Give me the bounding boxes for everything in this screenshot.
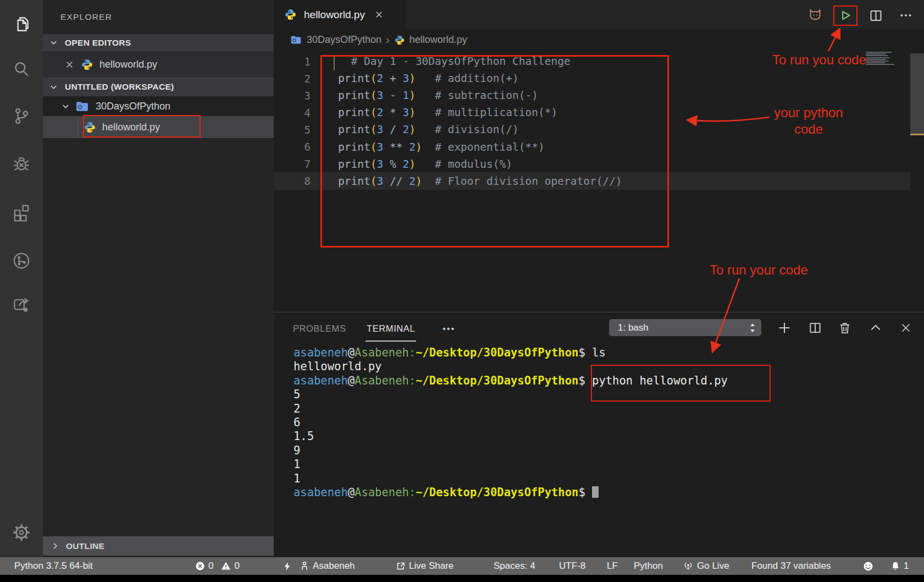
annotation-box-terminal-command xyxy=(591,365,771,402)
code-line[interactable]: 4print(2 * 3) # multiplication(*) xyxy=(274,104,311,121)
error-icon xyxy=(195,561,205,571)
code-line[interactable]: 7print(3 % 2) # modulus(%) xyxy=(274,156,311,173)
breadcrumb-separator: › xyxy=(386,34,390,46)
chevron-down-icon xyxy=(49,83,58,91)
status-bar: Python 3.7.5 64-bit 0 0 Asabeneh Live Sh… xyxy=(0,557,924,575)
outline-section[interactable]: OUTLINE xyxy=(43,536,274,556)
panel-more-icon[interactable]: ••• xyxy=(442,323,455,334)
maximize-panel-icon[interactable] xyxy=(867,320,884,336)
tab-label: helloworld.py xyxy=(304,9,365,21)
python-file-icon xyxy=(394,35,405,46)
terminal-cursor xyxy=(592,486,599,498)
status-language[interactable]: Python xyxy=(634,557,663,575)
code-line[interactable]: 3print(3 - 1) # subtraction(-) xyxy=(274,87,311,104)
cat-extension-icon[interactable] xyxy=(806,4,825,26)
activity-bar xyxy=(0,0,43,557)
chevron-down-icon xyxy=(62,102,70,111)
sidebar-explorer: EXPLORER OPEN EDITORS helloworld.py UNTI… xyxy=(43,0,274,557)
split-editor-icon[interactable] xyxy=(867,4,884,26)
status-variables[interactable]: Found 37 variables xyxy=(751,557,831,575)
status-python-version[interactable]: Python 3.7.5 64-bit xyxy=(14,557,93,575)
lightning-icon xyxy=(283,562,292,571)
minimap[interactable] xyxy=(866,52,894,66)
terminal-selector[interactable]: 1: bash xyxy=(609,319,761,336)
sidebar-title: EXPLORER xyxy=(60,12,112,22)
run-debug-icon[interactable] xyxy=(12,154,31,174)
annotation-your-python-code: your pythoncode xyxy=(770,105,848,138)
workspace-header[interactable]: UNTITLED (WORKSPACE) xyxy=(43,78,274,96)
terminal-tab-underline xyxy=(366,341,416,342)
status-spaces[interactable]: Spaces: 4 xyxy=(494,557,535,575)
updown-arrows-icon xyxy=(749,322,756,334)
warning-icon xyxy=(221,561,231,571)
chevron-down-icon xyxy=(49,39,58,47)
status-problems[interactable]: 0 0 xyxy=(195,557,240,575)
new-terminal-icon[interactable] xyxy=(776,320,793,336)
kill-terminal-icon[interactable] xyxy=(837,320,853,336)
folder-icon xyxy=(290,34,302,46)
python-file-icon xyxy=(284,8,297,21)
code-line[interactable]: 6print(3 ** 2) # exponential(**) xyxy=(274,139,311,156)
breadcrumb-folder[interactable]: 30DaysOfPython xyxy=(307,34,381,46)
go-live-icon xyxy=(683,561,694,572)
open-editors-header[interactable]: OPEN EDITORS xyxy=(43,34,274,51)
live-session-icon[interactable] xyxy=(12,251,31,271)
status-user[interactable]: Asabeneh xyxy=(300,557,355,575)
code-line[interactable]: 1 # Day 1 - 30DaysOfPython Challenge xyxy=(274,53,311,70)
live-share-icon xyxy=(396,561,406,571)
smiley-icon xyxy=(863,561,873,572)
folder-label: 30DaysOfPython xyxy=(96,101,170,112)
close-icon[interactable] xyxy=(65,60,74,69)
status-eol[interactable]: LF xyxy=(607,557,618,575)
open-editor-item[interactable]: helloworld.py xyxy=(43,51,274,78)
bell-icon xyxy=(890,561,900,571)
tab-close-icon[interactable] xyxy=(374,10,384,19)
search-icon[interactable] xyxy=(12,59,31,79)
annotation-box-code xyxy=(320,55,669,248)
code-line[interactable]: 8print(3 // 2) # Floor division operator… xyxy=(274,173,311,190)
status-bolt[interactable] xyxy=(283,557,292,575)
source-control-icon[interactable] xyxy=(12,106,31,126)
status-notifications[interactable]: 1 xyxy=(890,557,909,575)
chevron-right-icon xyxy=(51,542,59,550)
annotation-run-bottom: To run your code xyxy=(710,262,808,278)
share-icon[interactable] xyxy=(12,295,31,315)
open-editor-label: helloworld.py xyxy=(99,59,157,70)
close-panel-icon[interactable] xyxy=(898,320,914,336)
settings-gear-icon[interactable] xyxy=(12,523,31,542)
explorer-icon[interactable] xyxy=(12,14,31,34)
code-line[interactable]: 2print(2 + 3) # addition(+) xyxy=(274,70,311,87)
status-go-live[interactable]: Go Live xyxy=(683,557,729,575)
python-file-icon xyxy=(81,58,93,71)
status-live-share[interactable]: Live Share xyxy=(396,557,453,575)
user-icon xyxy=(300,561,309,571)
breadcrumb-file[interactable]: helloworld.py xyxy=(410,34,467,46)
tab-terminal[interactable]: TERMINAL xyxy=(367,323,415,334)
bottom-edge xyxy=(0,575,924,582)
tab-helloworld[interactable]: helloworld.py xyxy=(274,0,406,29)
status-encoding[interactable]: UTF-8 xyxy=(559,557,585,575)
folder-item[interactable]: 30DaysOfPython xyxy=(43,96,274,116)
editor-scrollbar[interactable] xyxy=(910,53,924,134)
status-feedback[interactable] xyxy=(863,557,873,575)
tab-problems[interactable]: PROBLEMS xyxy=(293,323,346,334)
indent-guide xyxy=(78,116,78,138)
annotation-box-sidebar-file xyxy=(83,115,201,138)
split-terminal-icon[interactable] xyxy=(807,320,823,336)
scrollbar-marker xyxy=(910,134,924,135)
code-line[interactable]: 5print(3 / 2) # division(/) xyxy=(274,121,311,138)
extensions-icon[interactable] xyxy=(12,202,31,222)
more-actions-icon[interactable] xyxy=(898,4,914,26)
annotation-box-run-button xyxy=(833,6,857,26)
breadcrumb[interactable]: 30DaysOfPython › helloworld.py xyxy=(274,29,910,51)
folder-icon xyxy=(75,100,89,113)
annotation-run-top: To run you code xyxy=(772,52,866,68)
